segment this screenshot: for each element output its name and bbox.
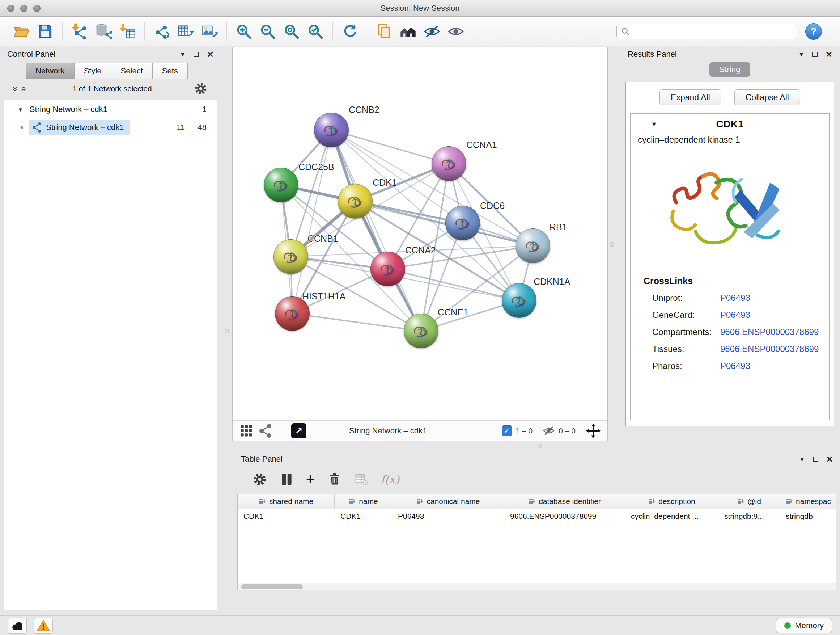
export-image-button[interactable] bbox=[199, 21, 219, 42]
home-button[interactable] bbox=[398, 21, 418, 42]
table-panel-title: Table Panel bbox=[241, 454, 283, 464]
checkbox-checked-icon[interactable]: ✓ bbox=[502, 425, 512, 436]
collapse-all-button[interactable]: Collapse All bbox=[734, 89, 800, 105]
tree-expand-icon[interactable]: ▼ bbox=[18, 106, 23, 112]
zoom-fit-button[interactable] bbox=[281, 21, 302, 42]
tab-sets[interactable]: Sets bbox=[152, 63, 188, 79]
column-header-name[interactable]: name bbox=[335, 494, 392, 509]
help-button[interactable]: ? bbox=[805, 23, 822, 40]
crosslink-row: Compartments:9606.ENSP00000378699 bbox=[630, 323, 829, 340]
network-row-selected[interactable]: ● String Network – cdk1 11 48 bbox=[4, 119, 217, 136]
birdseye-view-toggle[interactable]: ↗ bbox=[291, 423, 306, 439]
close-panel-button[interactable]: × bbox=[826, 454, 833, 464]
node-table: shared namenamecanonical namedatabase id… bbox=[237, 494, 836, 590]
crosslink-label: Compartments: bbox=[652, 327, 720, 337]
network-edge-HIST1H1A-CCNE1[interactable] bbox=[292, 314, 421, 331]
expand-all-button[interactable]: Expand All bbox=[660, 89, 722, 105]
results-panel-title: Results Panel bbox=[628, 50, 677, 59]
network-node-CCNB2[interactable] bbox=[314, 112, 349, 147]
column-header-id[interactable]: @id bbox=[718, 494, 780, 509]
tab-style[interactable]: Style bbox=[74, 63, 111, 79]
tab-network[interactable]: Network bbox=[26, 63, 74, 79]
network-node-CDC6[interactable] bbox=[445, 206, 480, 241]
network-node-CCNB1[interactable] bbox=[273, 239, 308, 274]
zoom-selected-button[interactable] bbox=[305, 21, 325, 42]
network-collection-row[interactable]: ▼ String Network – cdk1 1 bbox=[4, 100, 217, 119]
import-table-button[interactable] bbox=[117, 21, 137, 42]
hide-selected-button[interactable] bbox=[422, 21, 442, 42]
column-header-canonical-name[interactable]: canonical name bbox=[392, 494, 504, 509]
close-window-button[interactable] bbox=[7, 5, 14, 12]
grid-view-icon[interactable] bbox=[239, 424, 254, 438]
delete-column-trash-button[interactable] bbox=[327, 472, 342, 486]
show-columns-button[interactable] bbox=[279, 472, 294, 486]
network-node-CCNA1[interactable] bbox=[431, 146, 466, 181]
collapse-entry-icon[interactable]: ▼ bbox=[651, 120, 657, 128]
network-edge-CDK1-RB1[interactable] bbox=[355, 201, 533, 246]
horizontal-splitter-handle[interactable] bbox=[538, 444, 542, 448]
create-column-button[interactable]: + bbox=[306, 472, 315, 487]
float-panel-button[interactable]: ▼ bbox=[799, 456, 805, 462]
close-panel-button[interactable]: × bbox=[207, 49, 213, 60]
column-header-shared-name[interactable]: shared name bbox=[238, 494, 335, 509]
network-options-gear-icon[interactable] bbox=[194, 82, 208, 96]
network-node-CCNE1[interactable] bbox=[404, 314, 439, 348]
export-table-button[interactable] bbox=[175, 21, 196, 42]
houses-icon bbox=[399, 23, 417, 40]
network-share-icon[interactable] bbox=[259, 424, 272, 438]
network-icon bbox=[32, 122, 42, 133]
network-canvas[interactable]: CCNB2CCNA1CDC25BCDK1CDC6RB1CCNB1CCNA2CDK… bbox=[233, 48, 607, 420]
vertical-splitter-handle[interactable] bbox=[225, 329, 229, 333]
column-header-description[interactable]: description bbox=[625, 494, 718, 509]
copy-document-button[interactable] bbox=[374, 21, 394, 42]
vertical-splitter-handle[interactable] bbox=[610, 242, 614, 247]
save-session-button[interactable] bbox=[35, 21, 55, 42]
network-node-CDK1[interactable] bbox=[338, 184, 373, 219]
search-input[interactable] bbox=[633, 27, 793, 36]
crosslink-value-link[interactable]: P06493 bbox=[720, 361, 829, 371]
table-mode-gear-button[interactable] bbox=[253, 472, 267, 486]
column-sort-icon bbox=[648, 498, 655, 505]
crosslink-value-link[interactable]: P06493 bbox=[720, 293, 829, 303]
pan-move-icon[interactable] bbox=[586, 423, 601, 439]
import-network-database-button[interactable] bbox=[93, 21, 114, 42]
zoom-selected-icon bbox=[307, 23, 324, 40]
float-panel-button[interactable]: ▼ bbox=[798, 51, 805, 57]
network-edge-CCNB2-CCNA1[interactable] bbox=[332, 130, 449, 164]
show-all-button[interactable] bbox=[446, 21, 466, 42]
maximize-panel-button[interactable] bbox=[812, 52, 818, 57]
network-node-RB1[interactable] bbox=[515, 228, 550, 263]
tab-select[interactable]: Select bbox=[111, 63, 153, 79]
scrollbar-thumb[interactable] bbox=[241, 584, 303, 589]
crosslink-value-link[interactable]: 9606.ENSP00000378699 bbox=[720, 344, 829, 354]
column-header-database-identifier[interactable]: database identifier bbox=[504, 494, 625, 509]
import-network-file-button[interactable] bbox=[69, 21, 90, 42]
network-edge-CCNB2-HIST1H1A[interactable] bbox=[292, 130, 332, 314]
maximize-panel-button[interactable] bbox=[194, 52, 199, 57]
table-row[interactable]: CDK1CDK1P064939606.ENSP00000378699cyclin… bbox=[238, 509, 836, 524]
column-header-namespac[interactable]: namespac bbox=[780, 494, 836, 509]
table-horizontal-scrollbar[interactable] bbox=[238, 583, 836, 590]
close-panel-button[interactable]: × bbox=[826, 49, 832, 60]
float-panel-button[interactable]: ▼ bbox=[180, 51, 186, 57]
memory-button[interactable]: Memory bbox=[776, 618, 832, 633]
warnings-button[interactable] bbox=[34, 618, 53, 633]
export-network-button[interactable] bbox=[152, 21, 172, 42]
zoom-in-icon bbox=[235, 23, 253, 40]
tab-string[interactable]: String bbox=[709, 62, 750, 77]
toolbar-separator bbox=[144, 22, 145, 41]
cloud-sync-button[interactable] bbox=[8, 618, 27, 633]
network-node-CCNA2[interactable] bbox=[370, 252, 405, 287]
expand-all-icon[interactable]: « bbox=[19, 86, 29, 91]
apply-layout-button[interactable] bbox=[340, 21, 360, 42]
crosslink-value-link[interactable]: P06493 bbox=[720, 310, 829, 320]
minimize-window-button[interactable] bbox=[20, 5, 27, 12]
network-node-CDC25B[interactable] bbox=[264, 168, 298, 203]
maximize-panel-button[interactable] bbox=[813, 456, 818, 462]
zoom-window-button[interactable] bbox=[33, 5, 41, 12]
network-node-CDKN1A[interactable] bbox=[502, 283, 537, 318]
crosslink-value-link[interactable]: 9606.ENSP00000378699 bbox=[720, 327, 829, 337]
zoom-in-button[interactable] bbox=[234, 21, 254, 42]
zoom-out-button[interactable] bbox=[257, 21, 278, 42]
open-session-button[interactable] bbox=[11, 21, 32, 42]
